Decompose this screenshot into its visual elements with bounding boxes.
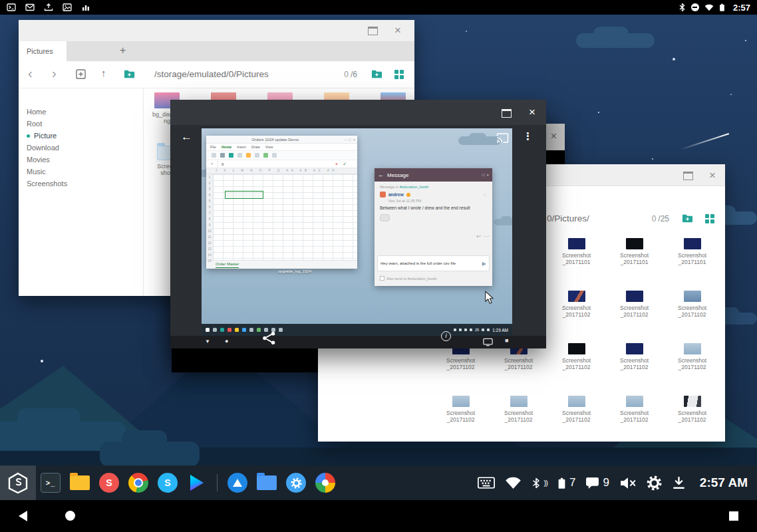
play-store-icon bbox=[190, 475, 204, 491]
sidebar-item[interactable]: Picture bbox=[19, 130, 142, 142]
grid-view-icon[interactable] bbox=[705, 214, 714, 223]
close-button[interactable]: × bbox=[709, 170, 716, 181]
menu-item[interactable]: Insert bbox=[237, 145, 246, 149]
new-folder-icon[interactable] bbox=[682, 213, 693, 223]
nav-recents-button[interactable] bbox=[729, 511, 738, 521]
menu-item[interactable]: File bbox=[210, 145, 216, 149]
sidebar-item[interactable]: Movies bbox=[19, 154, 142, 166]
gear-icon[interactable] bbox=[647, 475, 662, 491]
sidebar: Home Root Picture Download bbox=[19, 106, 142, 190]
share-icon[interactable] bbox=[262, 331, 276, 345]
maximize-button[interactable] bbox=[683, 172, 693, 180]
app-blue-circle[interactable] bbox=[223, 466, 252, 500]
cast-icon[interactable] bbox=[496, 133, 509, 143]
window-titlebar[interactable]: × bbox=[170, 100, 546, 125]
grid-view-icon[interactable] bbox=[394, 70, 404, 79]
menu-item[interactable]: View bbox=[265, 145, 273, 149]
tab-pictures[interactable]: Pictures bbox=[19, 41, 67, 61]
app-hexagon-active[interactable] bbox=[0, 466, 36, 500]
notification-count: 9 bbox=[603, 476, 609, 489]
sidebar-item-label: Download bbox=[27, 144, 59, 152]
app-pinwheel[interactable] bbox=[311, 466, 340, 500]
up-directory-button[interactable]: ↑ bbox=[101, 67, 106, 78]
bluetooth-status[interactable]: )) bbox=[531, 477, 547, 489]
info-icon[interactable]: i bbox=[441, 331, 451, 341]
file-item-screenshot[interactable]: Screenshot _20171102 bbox=[605, 390, 663, 443]
wifi-icon[interactable] bbox=[505, 477, 522, 489]
row-number: 13 bbox=[206, 246, 213, 252]
volume-muted-icon[interactable] bbox=[619, 477, 637, 489]
spreadsheet-window-controls: –□× bbox=[345, 138, 357, 142]
file-label: _20171101 bbox=[547, 259, 605, 265]
row-number: 9 bbox=[206, 222, 213, 228]
file-item-screenshot[interactable]: Screenshot _20171102 bbox=[547, 338, 605, 390]
battery-icon bbox=[719, 3, 725, 12]
file-item-screenshot[interactable]: Screenshot _20171101 bbox=[605, 233, 663, 285]
battery-status[interactable]: 7 bbox=[557, 476, 575, 490]
new-tab-button[interactable]: + bbox=[120, 45, 126, 57]
sidebar-item[interactable]: Music bbox=[19, 166, 142, 178]
file-item-screenshot[interactable]: Screenshot _20171102 bbox=[605, 338, 663, 390]
dot-icon[interactable]: ● bbox=[225, 338, 228, 344]
maximize-button[interactable] bbox=[502, 109, 512, 118]
file-item-screenshot[interactable]: Screenshot _20171102 bbox=[663, 338, 721, 390]
file-item-screenshot[interactable]: Screenshot _20171102 bbox=[432, 390, 490, 443]
app-chrome[interactable] bbox=[124, 466, 153, 500]
file-label: Screenshot bbox=[605, 357, 663, 364]
sidebar-item-label: Music bbox=[27, 168, 46, 176]
file-item-screenshot[interactable]: Screenshot _20171102 bbox=[547, 285, 605, 338]
sidebar-item[interactable]: Download bbox=[19, 142, 142, 154]
collapse-icon[interactable]: ▼ bbox=[205, 338, 210, 344]
file-item-screenshot[interactable]: Screenshot _20171102 bbox=[547, 390, 605, 443]
spreadsheet-title: Orders 1024 update Demo bbox=[206, 138, 345, 142]
back-button[interactable]: ‹ bbox=[28, 66, 33, 81]
overflow-menu-icon[interactable]: ⋮ bbox=[523, 130, 533, 142]
file-item-screenshot[interactable]: Screenshot _20171102 bbox=[663, 285, 721, 338]
file-item-screenshot[interactable]: Screenshot _20171102 bbox=[490, 390, 547, 443]
forward-button[interactable]: › bbox=[52, 66, 57, 81]
notifications-status[interactable]: 9 bbox=[585, 476, 609, 489]
file-item-screenshot[interactable]: Screenshot _20171101 bbox=[547, 233, 605, 285]
nav-home-button[interactable] bbox=[65, 511, 75, 521]
sidebar-item[interactable]: Screenshots bbox=[19, 178, 142, 190]
close-button[interactable]: × bbox=[529, 106, 535, 118]
app-settings[interactable] bbox=[281, 466, 311, 500]
menu-item[interactable]: Home bbox=[222, 145, 231, 149]
file-item-screenshot[interactable]: Screenshot _20171102 bbox=[605, 285, 663, 338]
taskbar-clock[interactable]: 2:57 AM bbox=[700, 475, 748, 490]
nav-back-button[interactable] bbox=[19, 511, 27, 521]
path-display[interactable]: 0/Pictures/ bbox=[547, 213, 589, 223]
close-button[interactable]: × bbox=[394, 25, 401, 36]
row-number: 8 bbox=[206, 216, 213, 222]
app-files-blue[interactable] bbox=[252, 466, 281, 500]
menu-item[interactable]: Draw bbox=[251, 145, 260, 149]
path-display[interactable]: /storage/emulated/0/Pictures bbox=[154, 69, 269, 79]
square-icon[interactable]: ■ bbox=[505, 337, 508, 344]
sidebar-item-label: Root bbox=[27, 120, 42, 128]
skype-icon: S bbox=[158, 473, 178, 493]
new-folder-icon[interactable] bbox=[124, 69, 135, 79]
app-red-circle[interactable]: S bbox=[94, 466, 124, 500]
photo-content[interactable]: Orders 1024 update Demo –□× FileHomeInse… bbox=[202, 128, 512, 336]
app-file-manager[interactable] bbox=[65, 466, 94, 500]
sidebar-item[interactable]: Root bbox=[19, 118, 142, 130]
app-play-store[interactable] bbox=[182, 466, 212, 500]
app-skype[interactable]: S bbox=[153, 466, 182, 500]
mouse-cursor bbox=[484, 291, 495, 305]
add-bookmark-icon[interactable] bbox=[76, 69, 86, 79]
row-number: 15 bbox=[206, 258, 213, 264]
window-titlebar[interactable]: × bbox=[19, 20, 414, 42]
also-send-checkbox: Also send to #education_booth bbox=[380, 276, 437, 281]
maximize-button[interactable] bbox=[368, 27, 378, 35]
new-folder-icon[interactable] bbox=[371, 69, 382, 79]
file-item-screenshot[interactable]: Screenshot _20171102 bbox=[663, 390, 721, 443]
sidebar-item[interactable]: Home bbox=[19, 106, 142, 118]
app-terminal[interactable]: >_ bbox=[36, 466, 65, 500]
display-icon[interactable] bbox=[483, 338, 493, 346]
file-item-screenshot[interactable]: Screenshot _20171101 bbox=[663, 233, 721, 285]
close-button[interactable]: × bbox=[551, 130, 557, 142]
back-arrow[interactable]: ← bbox=[181, 130, 192, 144]
bluetooth-icon bbox=[531, 477, 541, 489]
update-download-icon[interactable] bbox=[672, 476, 686, 490]
keyboard-icon[interactable] bbox=[478, 477, 495, 489]
